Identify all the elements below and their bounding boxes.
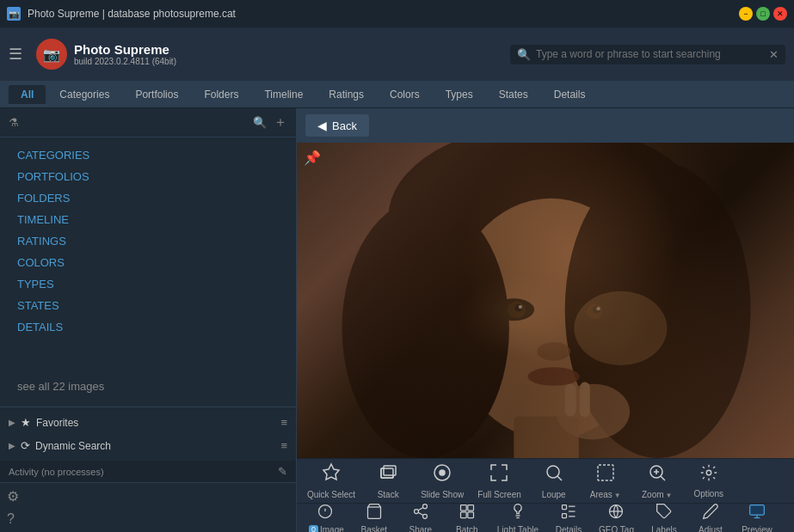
svg-rect-42: [460, 504, 466, 511]
svg-rect-48: [563, 504, 567, 509]
adjust-label: Adjust: [699, 525, 723, 533]
loupe-label: Loupe: [542, 490, 566, 499]
filter-icon[interactable]: ⚗: [9, 116, 19, 129]
minimize-button[interactable]: −: [739, 7, 753, 21]
gear-icon[interactable]: ⚙: [7, 488, 289, 504]
sidebar-item-colors[interactable]: COLORS: [0, 252, 296, 273]
svg-point-32: [706, 470, 711, 475]
svg-point-24: [440, 470, 445, 475]
quick-select-icon: [321, 462, 342, 487]
star-icon: ★: [21, 416, 31, 429]
areas-dropdown-icon: ▼: [614, 492, 621, 499]
sidebar-item-timeline[interactable]: TIMELINE: [0, 209, 296, 230]
more-icon-2[interactable]: ≡: [280, 439, 287, 452]
tool-button-options[interactable]: Options: [683, 460, 735, 502]
logo-area: 📷 Photo Supreme build 2023.0.2.4811 (64b…: [36, 39, 176, 70]
sidebar-item-categories[interactable]: CATEGORIES: [0, 144, 296, 166]
nav-tab-types[interactable]: Types: [434, 85, 485, 104]
tool-button-loupe[interactable]: Loupe: [528, 459, 580, 503]
nav-tab-timeline[interactable]: Timeline: [252, 85, 315, 104]
tool-button-labels[interactable]: Labels: [641, 501, 687, 533]
svg-rect-45: [468, 511, 474, 517]
areas-label: Areas▼: [590, 490, 621, 499]
tool-button-full-screen[interactable]: Full Screen: [471, 459, 528, 503]
sidebar: ⚗ 🔍 ＋ CATEGORIESPORTFOLIOSFOLDERSTIMELIN…: [0, 108, 297, 532]
maximize-button[interactable]: □: [756, 7, 770, 21]
tool-button-adjust[interactable]: Adjust: [687, 501, 734, 533]
activity-bar: Activity (no processes) ✎: [0, 461, 296, 482]
full-screen-label: Full Screen: [477, 490, 521, 499]
svg-point-25: [547, 466, 559, 478]
tool-button-zoom[interactable]: Zoom▼: [631, 459, 683, 503]
search-input[interactable]: [536, 48, 764, 60]
nav-tab-categories[interactable]: Categories: [47, 85, 121, 104]
geo-tag-label: GEO Tag: [599, 525, 634, 533]
full-screen-icon: [489, 462, 509, 487]
tool-button-share[interactable]: Share: [397, 501, 444, 533]
photo-display: [297, 143, 794, 458]
favorites-label: Favorites: [36, 417, 275, 429]
sidebar-item-favorites[interactable]: ▶ ★ Favorites ≡: [0, 411, 296, 434]
tool-button-image[interactable]: 0Image: [300, 501, 351, 533]
sidebar-add-icon[interactable]: ＋: [274, 113, 287, 131]
svg-rect-27: [598, 465, 613, 480]
svg-rect-44: [460, 511, 466, 517]
tool-button-geo-tag[interactable]: GEO Tag: [592, 501, 641, 533]
sidebar-item-dynamic-search[interactable]: ▶ ⟳ Dynamic Search ≡: [0, 434, 296, 457]
nav-tab-ratings[interactable]: Ratings: [317, 85, 376, 104]
chevron-right-icon: ▶: [9, 418, 15, 427]
pin-icon[interactable]: 📌: [304, 150, 321, 166]
nav-tab-details[interactable]: Details: [542, 85, 598, 104]
sidebar-item-states[interactable]: STATES: [0, 295, 296, 316]
sidebar-search-icon[interactable]: 🔍: [253, 116, 267, 129]
tool-button-basket[interactable]: Basket: [351, 501, 397, 533]
back-button[interactable]: ◀ Back: [305, 114, 369, 137]
svg-rect-56: [750, 504, 765, 515]
search-clear-button[interactable]: ✕: [769, 48, 779, 61]
tool-button-slide-show[interactable]: Slide Show: [414, 459, 471, 503]
tool-button-batch[interactable]: Batch: [444, 501, 490, 533]
window-controls: − □ ✕: [739, 7, 787, 21]
nav-tab-portfolios[interactable]: Portfolios: [123, 85, 190, 104]
tool-button-quick-select[interactable]: Quick Select: [300, 459, 362, 503]
tool-button-details[interactable]: Details: [545, 501, 592, 533]
preview-label: Preview: [742, 525, 772, 533]
zoom-icon: [647, 462, 668, 487]
nav-tab-folders[interactable]: Folders: [192, 85, 250, 104]
app-logo: 📷: [36, 39, 67, 70]
nav-tab-all[interactable]: All: [9, 85, 46, 104]
options-icon: [699, 463, 718, 486]
adjust-icon: [702, 503, 719, 523]
hamburger-icon[interactable]: ☰: [9, 45, 22, 64]
sidebar-item-types[interactable]: TYPES: [0, 273, 296, 295]
toolbar-bottom-row: 0ImageBasketShareBatchLight TableDetails…: [297, 504, 794, 532]
see-all-link[interactable]: see all 22 images: [0, 366, 296, 407]
close-button[interactable]: ✕: [773, 7, 787, 21]
labels-label: Labels: [651, 525, 676, 533]
nav-tab-colors[interactable]: Colors: [378, 85, 432, 104]
svg-rect-21: [384, 466, 396, 475]
help-icon[interactable]: ?: [7, 511, 289, 527]
tool-button-preview[interactable]: Preview: [734, 501, 780, 533]
svg-line-26: [557, 476, 562, 480]
svg-rect-43: [468, 504, 474, 511]
svg-line-41: [418, 507, 423, 510]
tool-button-stack[interactable]: Stack: [362, 459, 414, 503]
svg-line-29: [661, 476, 665, 480]
activity-edit-icon[interactable]: ✎: [278, 465, 287, 478]
title-left: 📷 Photo Supreme | database photosupreme.…: [7, 7, 236, 21]
tool-button-areas[interactable]: Areas▼: [580, 459, 631, 503]
sidebar-item-portfolios[interactable]: PORTFOLIOS: [0, 166, 296, 187]
dynamic-search-label: Dynamic Search: [35, 440, 275, 452]
tool-button-light-table[interactable]: Light Table: [490, 501, 545, 533]
zoom-dropdown-icon: ▼: [666, 492, 673, 499]
sidebar-item-folders[interactable]: FOLDERS: [0, 187, 296, 209]
sidebar-item-ratings[interactable]: RATINGS: [0, 230, 296, 252]
nav-tab-states[interactable]: States: [487, 85, 540, 104]
image-icon: [317, 503, 334, 523]
svg-point-37: [422, 504, 427, 508]
sidebar-item-details[interactable]: DETAILS: [0, 316, 296, 338]
more-icon[interactable]: ≡: [280, 416, 287, 429]
quick-select-label: Quick Select: [307, 490, 355, 499]
slide-show-label: Slide Show: [421, 490, 464, 499]
